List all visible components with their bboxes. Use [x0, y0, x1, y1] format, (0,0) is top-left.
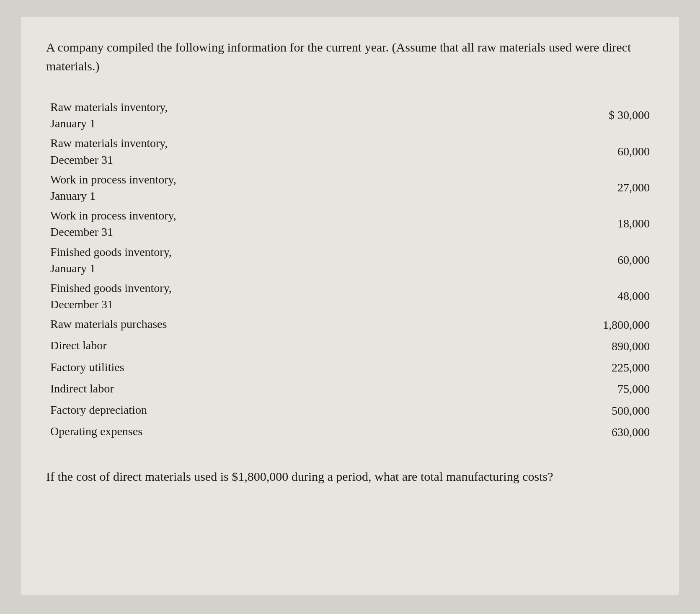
label-factory-depreciation: Factory depreciation	[46, 399, 420, 421]
value-factory-depreciation: 500,000	[420, 399, 654, 421]
data-table: Raw materials inventory,January 1$ 30,00…	[46, 96, 654, 442]
value-wip-inv-dec31: 18,000	[420, 205, 654, 241]
table-row-fg-inv-dec31: Finished goods inventory,December 3148,0…	[46, 277, 654, 313]
table-row-raw-mat-inv-jan1: Raw materials inventory,January 1$ 30,00…	[46, 96, 654, 132]
table-row-factory-depreciation: Factory depreciation500,000	[46, 399, 654, 421]
value-fg-inv-jan1: 60,000	[420, 241, 654, 277]
table-row-fg-inv-jan1: Finished goods inventory,January 160,000	[46, 241, 654, 277]
footer-text: If the cost of direct materials used is …	[46, 467, 654, 486]
label-wip-inv-dec31: Work in process inventory,December 31	[46, 205, 420, 241]
table-row-raw-mat-purchases: Raw materials purchases1,800,000	[46, 313, 654, 335]
value-indirect-labor: 75,000	[420, 378, 654, 399]
label-fg-inv-dec31: Finished goods inventory,December 31	[46, 277, 420, 313]
value-raw-mat-inv-jan1: $ 30,000	[420, 96, 654, 132]
value-direct-labor: 890,000	[420, 335, 654, 356]
label-indirect-labor: Indirect labor	[46, 378, 420, 399]
table-row-indirect-labor: Indirect labor75,000	[46, 378, 654, 399]
table-row-wip-inv-dec31: Work in process inventory,December 3118,…	[46, 205, 654, 241]
value-factory-utilities: 225,000	[420, 356, 654, 378]
page-container: A company compiled the following informa…	[21, 17, 679, 595]
label-raw-mat-purchases: Raw materials purchases	[46, 313, 420, 335]
table-row-operating-expenses: Operating expenses630,000	[46, 421, 654, 442]
value-fg-inv-dec31: 48,000	[420, 277, 654, 313]
table-row-factory-utilities: Factory utilities225,000	[46, 356, 654, 378]
value-operating-expenses: 630,000	[420, 421, 654, 442]
intro-text: A company compiled the following informa…	[46, 38, 654, 75]
label-wip-inv-jan1: Work in process inventory,January 1	[46, 169, 420, 205]
label-raw-mat-inv-dec31: Raw materials inventory,December 31	[46, 132, 420, 168]
value-raw-mat-inv-dec31: 60,000	[420, 132, 654, 168]
table-row-wip-inv-jan1: Work in process inventory,January 127,00…	[46, 169, 654, 205]
label-direct-labor: Direct labor	[46, 335, 420, 356]
value-wip-inv-jan1: 27,000	[420, 169, 654, 205]
label-fg-inv-jan1: Finished goods inventory,January 1	[46, 241, 420, 277]
label-factory-utilities: Factory utilities	[46, 356, 420, 378]
label-raw-mat-inv-jan1: Raw materials inventory,January 1	[46, 96, 420, 132]
value-raw-mat-purchases: 1,800,000	[420, 313, 654, 335]
label-operating-expenses: Operating expenses	[46, 421, 420, 442]
table-row-direct-labor: Direct labor890,000	[46, 335, 654, 356]
table-row-raw-mat-inv-dec31: Raw materials inventory,December 3160,00…	[46, 132, 654, 168]
